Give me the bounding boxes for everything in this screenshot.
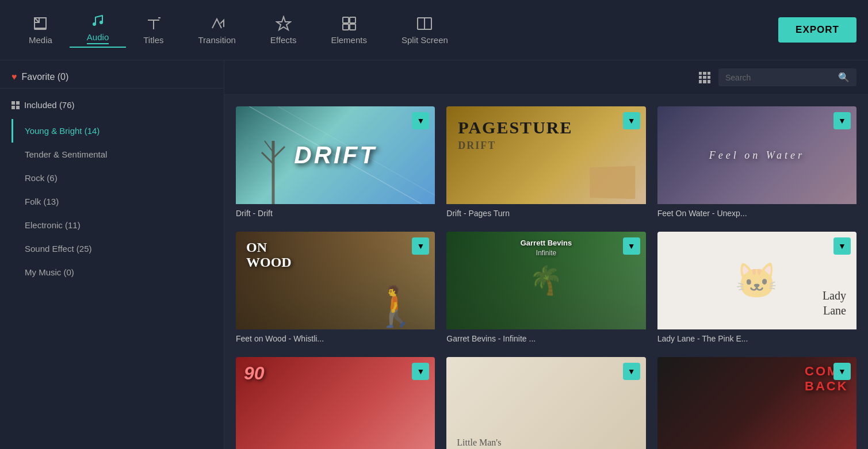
- nav-item-titles[interactable]: Titles: [126, 16, 181, 45]
- sidebar-item-tender[interactable]: Tender & Sentimental: [12, 143, 212, 166]
- media-card-drift-drift[interactable]: DRIFT ▼ Drift - Drift: [236, 106, 435, 220]
- sidebar-item-my-music[interactable]: My Music (0): [12, 260, 212, 284]
- export-button[interactable]: EXPORT: [778, 17, 856, 43]
- included-section: Included (76) Young & Bright (14) Tender…: [0, 89, 224, 290]
- media-thumb-garret: Garrett Bevins Infinite 🌴 ▼: [446, 232, 645, 329]
- nav-label-audio: Audio: [87, 32, 109, 44]
- top-nav: Media Audio Titles Transition Effects: [0, 0, 868, 60]
- svg-point-2: [100, 21, 103, 24]
- media-grid: DRIFT ▼ Drift - Drift PAGESTURE DRIFT ▼ …: [224, 95, 868, 449]
- media-title-feet-wood: Feet on Wood - Whistli...: [236, 329, 435, 346]
- download-badge-bottom1[interactable]: ▼: [412, 363, 429, 380]
- favorite-text: Favorite (0): [22, 72, 69, 82]
- download-badge-bottom3[interactable]: ▼: [833, 363, 851, 380]
- media-thumb-feet-water: Feel on Water ▼: [657, 106, 856, 204]
- drift-title-overlay: DRIFT: [236, 106, 435, 204]
- media-thumb-drift-pages: PAGESTURE DRIFT ▼: [446, 106, 645, 204]
- bottom1-text: 90: [244, 363, 265, 384]
- search-input[interactable]: [725, 73, 833, 82]
- included-label: Included (76): [12, 100, 212, 110]
- nav-item-audio[interactable]: Audio: [70, 13, 126, 48]
- nav-label-transition: Transition: [198, 35, 236, 45]
- collapse-handle[interactable]: ◀: [224, 243, 224, 266]
- favorite-section: ♥ Favorite (0): [0, 60, 224, 89]
- palm-tree: 🌴: [446, 232, 645, 329]
- download-badge-wood[interactable]: ▼: [412, 237, 429, 255]
- book-visual: [590, 166, 635, 199]
- media-thumb-drift-drift: DRIFT ▼: [236, 106, 435, 204]
- man-figure: 🚶: [372, 283, 420, 329]
- nav-item-elements[interactable]: Elements: [313, 16, 384, 45]
- media-title-feet-water: Feet On Water - Unexp...: [657, 204, 856, 220]
- main-layout: ◀ ♥ Favorite (0) Included (76) Young & B…: [0, 60, 868, 449]
- nav-label-splitscreen: Split Screen: [402, 35, 448, 45]
- media-title-drift-drift: Drift - Drift: [236, 204, 435, 220]
- media-card-feet-water[interactable]: Feel on Water ▼ Feet On Water - Unexp...: [657, 106, 856, 220]
- media-card-bottom3[interactable]: COMEBACK ▼: [657, 357, 856, 449]
- sidebar-item-young-bright[interactable]: Young & Bright (14): [12, 119, 212, 143]
- nav-item-media[interactable]: Media: [12, 16, 70, 45]
- nav-item-transition[interactable]: Transition: [181, 16, 253, 45]
- svg-rect-7: [343, 17, 349, 23]
- download-badge-water[interactable]: ▼: [833, 112, 851, 129]
- sidebar: ◀ ♥ Favorite (0) Included (76) Young & B…: [0, 60, 224, 449]
- download-badge-bottom2[interactable]: ▼: [623, 363, 640, 380]
- svg-rect-10: [350, 24, 355, 30]
- nav-label-media: Media: [29, 35, 52, 45]
- lady-text-overlay: Lady Lane: [823, 288, 846, 318]
- category-list: Young & Bright (14) Tender & Sentimental…: [12, 119, 212, 284]
- svg-rect-9: [343, 24, 349, 30]
- content-toolbar: 🔍: [224, 60, 868, 95]
- media-card-bottom2[interactable]: Little Man's ▼: [446, 357, 645, 449]
- media-thumb-bottom3: COMEBACK ▼: [657, 357, 856, 449]
- media-thumb-lady: 🐱 Lady Lane ▼: [657, 232, 856, 329]
- media-card-feet-wood[interactable]: ON WOOD 🚶 ▼ Feet on Wood - Whistli...: [236, 232, 435, 346]
- favorite-label[interactable]: ♥ Favorite (0): [12, 72, 212, 82]
- search-bar[interactable]: 🔍: [718, 68, 856, 86]
- media-card-lady[interactable]: 🐱 Lady Lane ▼ Lady Lane - The Pink E...: [657, 232, 856, 346]
- water-title-overlay: Feel on Water: [657, 106, 856, 204]
- nav-item-effects[interactable]: Effects: [253, 16, 314, 45]
- media-thumb-feet-wood: ON WOOD 🚶 ▼: [236, 232, 435, 329]
- media-title-drift-pages: Drift - Pages Turn: [446, 204, 645, 220]
- media-card-drift-pages[interactable]: PAGESTURE DRIFT ▼ Drift - Pages Turn: [446, 106, 645, 220]
- grid-icon: [12, 101, 20, 109]
- media-thumb-bottom1: 90 ▼: [236, 357, 435, 449]
- wood-text-overlay: ON WOOD: [246, 240, 292, 270]
- nav-label-effects: Effects: [270, 35, 297, 45]
- sidebar-item-folk[interactable]: Folk (13): [12, 190, 212, 213]
- grid-view-icon[interactable]: [699, 72, 710, 83]
- content-area: 🔍: [224, 60, 868, 449]
- sidebar-item-electronic[interactable]: Electronic (11): [12, 213, 212, 237]
- download-badge-drift[interactable]: ▼: [412, 112, 429, 129]
- search-icon: 🔍: [838, 72, 850, 83]
- nav-label-elements: Elements: [331, 35, 367, 45]
- media-title-lady: Lady Lane - The Pink E...: [657, 329, 856, 346]
- bottom2-text: Little Man's: [457, 438, 501, 448]
- nav-label-titles: Titles: [143, 35, 163, 45]
- nav-item-splitscreen[interactable]: Split Screen: [384, 16, 465, 45]
- heart-icon: ♥: [12, 72, 17, 82]
- media-thumb-bottom2: Little Man's ▼: [446, 357, 645, 449]
- download-badge-pages[interactable]: ▼: [623, 112, 640, 129]
- sidebar-item-rock[interactable]: Rock (6): [12, 166, 212, 190]
- svg-marker-6: [277, 17, 290, 30]
- svg-point-1: [93, 22, 96, 26]
- media-card-garret[interactable]: Garrett Bevins Infinite 🌴 ▼ Garret Bevin…: [446, 232, 645, 346]
- download-badge-garret[interactable]: ▼: [623, 237, 640, 255]
- media-card-bottom1[interactable]: 90 ▼: [236, 357, 435, 449]
- sidebar-item-sound-effect[interactable]: Sound Effect (25): [12, 237, 212, 260]
- included-text: Included (76): [24, 100, 75, 110]
- svg-rect-8: [350, 17, 355, 23]
- media-title-garret: Garret Bevins - Infinite ...: [446, 329, 645, 346]
- download-badge-lady[interactable]: ▼: [833, 237, 851, 255]
